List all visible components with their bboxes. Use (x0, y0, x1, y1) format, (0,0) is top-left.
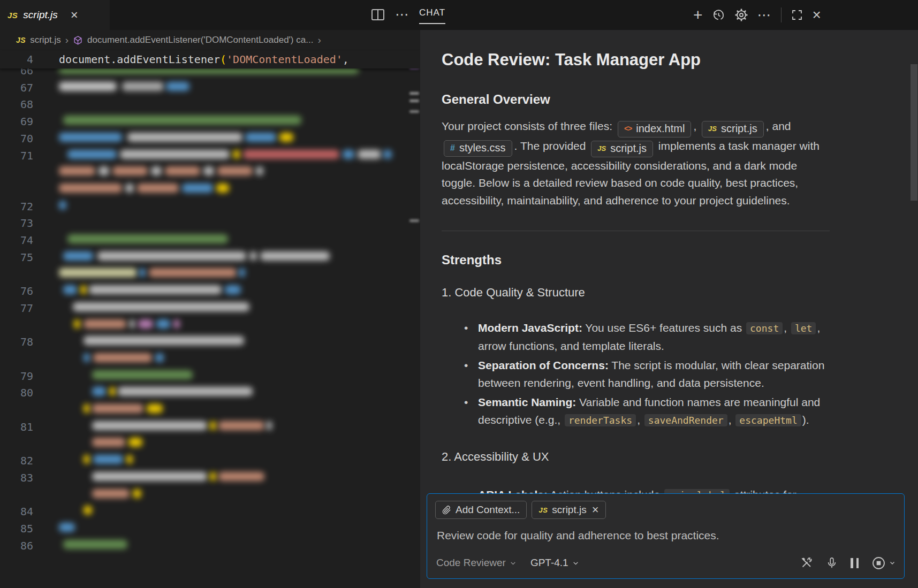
blurred-code-segment (63, 285, 77, 294)
code-line: 82 (0, 452, 408, 468)
chat-input-box[interactable]: Add Context... JS script.js × Review cod… (427, 493, 905, 579)
chat-more-actions-icon[interactable]: ⋯ (757, 11, 772, 19)
inline-code: escapeHtml (735, 414, 801, 426)
line-number: 80 (0, 386, 33, 399)
blurred-code-segment (59, 523, 75, 532)
add-context-label: Add Context... (456, 504, 520, 516)
code-line: 70 (0, 129, 408, 146)
file-chip-script.js[interactable]: JSscript.js (591, 141, 653, 157)
blurred-code-segment (92, 370, 193, 379)
editor-more-actions-icon[interactable]: ⋯ (395, 6, 409, 23)
blurred-code-segment (98, 166, 109, 175)
code-line: 79 (0, 367, 408, 383)
attachment-chip-scriptjs[interactable]: JS script.js × (532, 501, 605, 519)
blurred-code-segment (74, 319, 80, 329)
code-token: 'DOMContentLoaded' (226, 53, 343, 66)
maximize-panel-icon[interactable] (791, 9, 803, 21)
new-chat-icon[interactable]: + (693, 8, 703, 22)
chat-response-title: Code Review: Task Manager App (442, 49, 830, 71)
symbol-icon (73, 35, 83, 45)
microphone-icon[interactable] (826, 556, 838, 569)
bullet-item: Modern JavaScript: You use ES6+ features… (464, 319, 830, 355)
blurred-code-segment (138, 319, 153, 329)
file-chip-styles.css[interactable]: #styles.css (444, 140, 512, 157)
js-file-icon: JS (708, 121, 717, 136)
strengths-list-1: Modern JavaScript: You use ES6+ features… (464, 319, 830, 429)
file-chip-index.html[interactable]: <>index.html (618, 121, 692, 138)
file-chip-label: index.html (636, 121, 685, 136)
split-editor-icon[interactable] (371, 9, 384, 20)
blurred-code-segment (218, 472, 264, 481)
blurred-code-segment (126, 455, 133, 464)
blurred-code-segment (173, 319, 180, 329)
gear-icon[interactable] (734, 8, 748, 22)
code-line: 71 (0, 147, 408, 163)
tab-strip: JS script.js × ⋯ CHAT + (0, 0, 918, 30)
line-number: 67 (0, 81, 33, 94)
code-line: 85 (0, 520, 408, 536)
chat-header-actions: + ⋯ (693, 7, 821, 22)
code-line (0, 350, 408, 366)
code-area[interactable]: 6667686970717273747576777879808182838485… (0, 30, 408, 588)
file-chip-label: script.js (610, 141, 647, 156)
divider (442, 231, 830, 231)
code-line (0, 401, 408, 417)
code-token: ( (220, 53, 226, 66)
blurred-code-segment (256, 166, 263, 175)
blurred-code-segment (260, 251, 330, 261)
blurred-code-segment (84, 455, 90, 464)
mode-picker[interactable]: Code Reviewer (436, 557, 517, 569)
chat-panel: Code Review: Task Manager App General Ov… (420, 30, 918, 588)
line-number: 83 (0, 471, 33, 484)
js-file-icon: JS (7, 11, 18, 20)
paperclip-icon (442, 505, 451, 515)
chat-scrollbar-thumb[interactable] (911, 64, 917, 201)
blurred-code-segment (358, 150, 381, 159)
section-heading-overview: General Overview (442, 91, 830, 109)
blurred-code-segment (92, 404, 143, 413)
code-line: 86 (0, 537, 408, 553)
editor-tab-scriptjs[interactable]: JS script.js × (0, 0, 110, 30)
blurred-code-segment (93, 455, 123, 464)
chevron-right-icon: › (317, 34, 321, 46)
blurred-code-segment (59, 82, 117, 91)
sticky-scroll-line[interactable]: 4 document.addEventListener('DOMContentL… (0, 50, 420, 68)
blurred-code-segment (245, 133, 276, 142)
add-context-button[interactable]: Add Context... (435, 501, 527, 519)
blurred-code-segment (80, 285, 87, 294)
blurred-code-segment (239, 268, 245, 277)
chat-input-toolbar: Code Reviewer GPT-4.1 (436, 554, 896, 571)
blurred-code-segment (128, 438, 142, 447)
tab-chat[interactable]: CHAT (419, 7, 445, 24)
tab-close-icon[interactable]: × (71, 9, 78, 21)
line-number: 76 (0, 285, 33, 297)
file-chip-script.js[interactable]: JSscript.js (702, 121, 764, 138)
minimap-mark (409, 100, 419, 102)
blurred-code-segment (182, 184, 213, 193)
line-number: 68 (0, 98, 33, 111)
breadcrumb-file[interactable]: script.js (30, 35, 61, 45)
code-line: 83 (0, 469, 408, 485)
blurred-code-segment (267, 421, 272, 430)
bold-text: Separation of Concerns: (478, 359, 609, 371)
history-icon[interactable] (712, 9, 725, 22)
pause-icon[interactable] (851, 558, 859, 568)
context-chips: Add Context... JS script.js × (435, 501, 606, 519)
blurred-code-segment (112, 166, 148, 175)
breadcrumb-symbol[interactable]: document.addEventListener('DOMContentLoa… (87, 35, 313, 45)
tools-icon[interactable] (800, 556, 813, 569)
chat-input-text[interactable]: Review code for quality and adherence to… (437, 529, 894, 542)
blurred-code-segment (84, 353, 90, 362)
close-panel-icon[interactable]: × (813, 8, 821, 22)
line-number: 85 (0, 522, 33, 535)
code-line (0, 486, 408, 502)
remove-attachment-icon[interactable]: × (592, 504, 599, 516)
stop-button[interactable] (871, 556, 896, 570)
input-action-icons (800, 556, 896, 570)
minimap[interactable] (409, 30, 420, 588)
bullet-item: Separation of Concerns: The script is mo… (464, 357, 830, 392)
inline-code: saveAndRender (644, 414, 727, 426)
blurred-code-segment (279, 133, 293, 142)
model-picker[interactable]: GPT-4.1 (530, 557, 579, 569)
inline-code: let (791, 322, 816, 334)
